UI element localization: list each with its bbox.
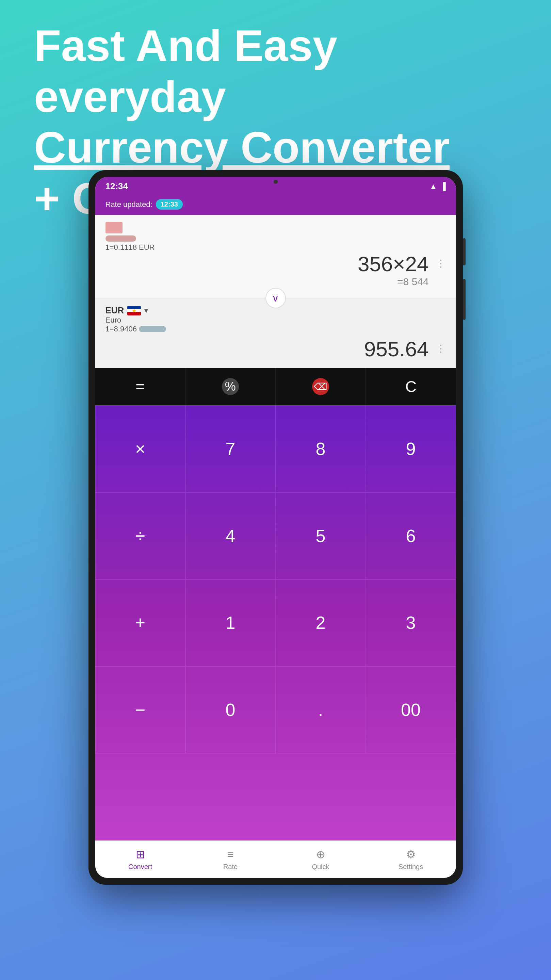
from-expression: 356×24: [105, 252, 432, 276]
from-currency-panel: 1=0.1118 EUR 356×24 =8 544 ⋮: [95, 215, 456, 298]
three-button[interactable]: 3: [366, 579, 456, 667]
wifi-icon: ▲: [430, 182, 437, 191]
zero-button[interactable]: 0: [185, 666, 276, 753]
nav-settings[interactable]: ⚙ Settings: [366, 848, 456, 871]
tablet-power-button: [463, 238, 466, 266]
nav-settings-label: Settings: [398, 863, 423, 871]
eur-name: Euro: [105, 316, 446, 325]
multiply-button[interactable]: ×: [95, 405, 185, 492]
minus-button[interactable]: −: [95, 666, 185, 753]
backspace-button[interactable]: ⌫: [276, 368, 366, 405]
tablet-volume-button: [463, 279, 466, 320]
two-button[interactable]: 2: [276, 579, 366, 667]
convert-icon: ⊞: [136, 848, 145, 861]
settings-icon: ⚙: [406, 848, 416, 861]
nav-convert-label: Convert: [128, 863, 152, 871]
equals-button[interactable]: =: [95, 368, 185, 405]
one-button[interactable]: 1: [185, 579, 276, 667]
swap-button[interactable]: ∨: [266, 288, 286, 308]
to-currency-panel: EUR ▾ Euro 1=8.9406 955.64 ⋮: [95, 298, 456, 368]
rate-icon: ≡: [227, 848, 234, 861]
divide-button[interactable]: ÷: [95, 492, 185, 579]
eight-button[interactable]: 8: [276, 405, 366, 492]
hero-line1: Fast And Easy everyday: [34, 21, 517, 122]
seven-button[interactable]: 7: [185, 405, 276, 492]
eur-rate-slider: [139, 326, 166, 332]
rate-label: Rate updated:: [105, 200, 153, 209]
from-result: =8 544: [105, 276, 432, 291]
from-rate-text: 1=0.1118 EUR: [105, 243, 446, 252]
five-button[interactable]: 5: [276, 492, 366, 579]
double-zero-button[interactable]: 00: [366, 666, 456, 753]
from-currency-flag: [105, 222, 123, 234]
from-more-button[interactable]: ⋮: [436, 252, 446, 269]
dropdown-arrow-icon: ▾: [144, 306, 148, 315]
plus-button[interactable]: +: [95, 579, 185, 667]
from-currency-slider: [105, 235, 136, 242]
six-button[interactable]: 6: [366, 492, 456, 579]
status-time: 12:34: [105, 181, 128, 192]
eur-rate: 1=8.9406: [105, 325, 137, 334]
to-more-button[interactable]: ⋮: [436, 337, 446, 354]
calculator-grid: × 7 8 9 ÷ 4 5 6 + 1 2 3 − 0 . 00: [95, 405, 456, 840]
nav-convert[interactable]: ⊞ Convert: [95, 848, 185, 871]
clear-button[interactable]: C: [366, 368, 456, 405]
nav-quick-label: Quick: [312, 863, 329, 871]
hero-line2-text: Currency Converter: [34, 123, 449, 172]
status-icons: ▲ ▐: [430, 182, 446, 191]
percent-button[interactable]: %: [185, 368, 276, 405]
tablet-screen: 12:34 ▲ ▐ Rate updated: 12:33: [95, 177, 456, 878]
from-amount-section: 356×24 =8 544: [105, 252, 432, 291]
quick-icon: ⊕: [316, 848, 325, 861]
tablet-device: 12:34 ▲ ▐ Rate updated: 12:33: [89, 170, 463, 885]
rate-time-badge: 12:33: [156, 199, 183, 210]
to-amount: 955.64: [364, 337, 432, 361]
calculator-top-row: = % ⌫ C: [95, 368, 456, 405]
nav-rate[interactable]: ≡ Rate: [185, 848, 276, 871]
rate-updated-bar: Rate updated: 12:33: [105, 199, 183, 210]
bottom-navigation: ⊞ Convert ≡ Rate ⊕ Quick ⚙ Settings: [95, 840, 456, 878]
battery-icon: ▐: [440, 182, 446, 191]
four-button[interactable]: 4: [185, 492, 276, 579]
eur-code: EUR: [105, 305, 124, 316]
dot-button[interactable]: .: [276, 666, 366, 753]
nav-quick[interactable]: ⊕ Quick: [276, 848, 366, 871]
tablet-notch: [274, 180, 278, 184]
eur-flag: [127, 306, 141, 315]
chevron-down-icon: ∨: [272, 293, 279, 304]
app-header: Rate updated: 12:33: [95, 196, 456, 215]
nav-rate-label: Rate: [223, 863, 237, 871]
nine-button[interactable]: 9: [366, 405, 456, 492]
hero-line2: Currency Converter: [34, 122, 517, 173]
